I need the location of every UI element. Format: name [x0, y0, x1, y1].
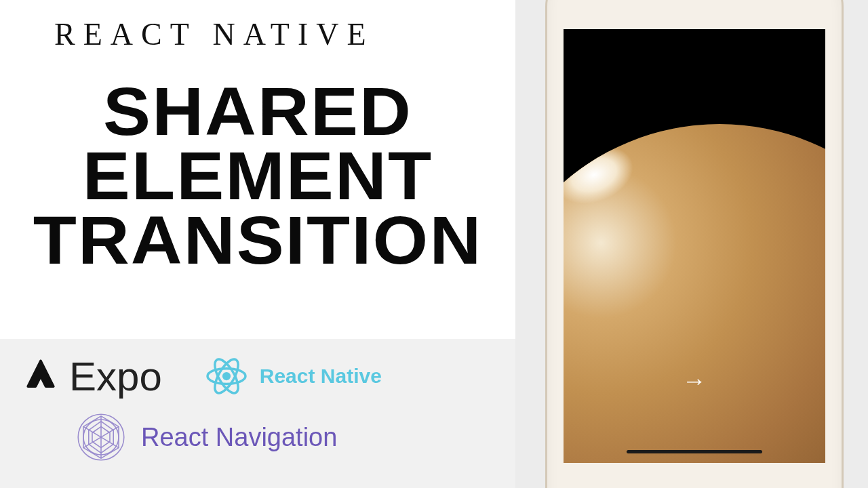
react-navigation-logo: React Navigation: [75, 411, 495, 464]
logos-panel: Expo React Native: [0, 339, 515, 488]
planet-highlight: [564, 136, 642, 214]
phone-body: →: [545, 0, 844, 488]
headline-line-1: SHARED: [9, 79, 507, 144]
expo-icon: [20, 356, 61, 396]
react-navigation-label: React Navigation: [141, 423, 337, 452]
headline-line-2: ELEMENT: [9, 144, 507, 208]
react-atom-icon: [203, 352, 250, 400]
svg-point-0: [222, 372, 231, 380]
react-native-logo: React Native: [203, 352, 382, 400]
expo-label: Expo: [69, 353, 162, 400]
headline: SHARED ELEMENT TRANSITION: [9, 79, 507, 272]
arrow-right-icon: →: [682, 367, 707, 395]
eyebrow-text: REACT NATIVE: [54, 16, 495, 52]
home-indicator: [627, 450, 762, 453]
planet-image: [564, 124, 825, 463]
logo-row-1: Expo React Native: [20, 352, 495, 400]
expo-logo: Expo: [20, 353, 162, 400]
thumbnail-canvas: REACT NATIVE SHARED ELEMENT TRANSITION E…: [0, 0, 868, 488]
phone-screen: →: [564, 29, 825, 463]
react-native-label: React Native: [260, 365, 382, 388]
phone-mockup: →: [545, 0, 844, 488]
react-navigation-icon: [75, 411, 127, 464]
headline-line-3: TRANSITION: [9, 208, 507, 272]
text-panel: REACT NATIVE SHARED ELEMENT TRANSITION: [0, 0, 515, 339]
